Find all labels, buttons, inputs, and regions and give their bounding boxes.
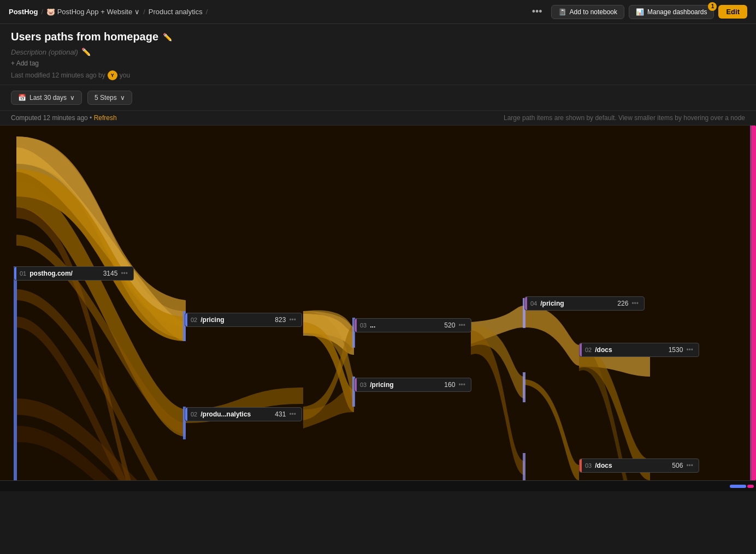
svg-rect-2 <box>14 266 17 480</box>
chevron-down-icon: ∨ <box>70 94 75 102</box>
node-03-docs-right[interactable]: 03 /docs 506 ••• <box>579 458 699 473</box>
hint-text: Large path items are shown by default. V… <box>504 114 745 122</box>
controls-bar: 📅 Last 30 days ∨ 5 Steps ∨ <box>0 85 756 111</box>
node-label: /pricing <box>200 316 271 324</box>
node-count: 226 <box>617 300 628 307</box>
node-02-product-analytics[interactable]: 02 /produ...nalytics 431 ••• <box>185 407 302 421</box>
last-modified: Last modified 12 minutes ago by Y you <box>11 70 745 80</box>
node-label: posthog.com/ <box>29 270 99 277</box>
node-menu-icon[interactable]: ••• <box>631 300 639 307</box>
edit-button[interactable]: Edit <box>718 5 747 19</box>
add-to-notebook-button[interactable]: 📓 Add to notebook <box>551 5 624 19</box>
node-step: 02 <box>191 317 197 323</box>
topbar-actions: ••• 📓 Add to notebook 📊 Manage dashboard… <box>528 4 747 20</box>
calendar-icon: 📅 <box>18 94 26 102</box>
description-edit-icon[interactable]: ✏️ <box>81 47 91 56</box>
right-scroll-bar[interactable] <box>752 126 756 480</box>
sep2: / <box>143 8 145 16</box>
node-count: 3145 <box>103 270 118 277</box>
sep1: / <box>41 8 43 16</box>
scroll-indicator[interactable] <box>730 485 746 488</box>
add-tag-button[interactable]: + Add tag <box>11 59 39 67</box>
chevron-down-icon-steps: ∨ <box>120 94 125 102</box>
node-step: 02 <box>585 347 592 353</box>
node-02-pricing[interactable]: 02 /pricing 823 ••• <box>185 313 302 327</box>
date-range-button[interactable]: 📅 Last 30 days ∨ <box>11 91 82 105</box>
avatar: Y <box>108 70 117 80</box>
viz-info-bar: Computed 12 minutes ago • Refresh Large … <box>0 111 756 126</box>
breadcrumb-app[interactable]: 🐷 PostHog App + Website ∨ <box>46 8 140 16</box>
node-menu-icon[interactable]: ••• <box>458 381 465 389</box>
node-menu-icon[interactable]: ••• <box>289 316 296 324</box>
scroll-indicator-small[interactable] <box>747 485 754 488</box>
breadcrumb: PostHog / 🐷 PostHog App + Website ∨ / Pr… <box>9 8 208 16</box>
manage-dashboards-button[interactable]: 📊 Manage dashboards 1 <box>629 5 714 19</box>
node-count: 431 <box>275 410 286 418</box>
node-count: 823 <box>275 316 286 324</box>
svg-rect-12 <box>523 453 525 480</box>
node-count: 506 <box>672 462 683 469</box>
node-menu-icon[interactable]: ••• <box>686 462 693 469</box>
bottom-bar <box>0 480 756 491</box>
viz-container: 01 posthog.com/ 3145 ••• 02 /pricing 823… <box>0 126 756 480</box>
node-label: /pricing <box>370 381 441 389</box>
page-title: Users paths from homepage <box>11 31 158 43</box>
node-count: 520 <box>444 321 455 329</box>
node-step: 03 <box>585 462 592 469</box>
node-step: 03 <box>360 322 367 329</box>
node-menu-icon[interactable]: ••• <box>458 321 465 329</box>
brand-label[interactable]: PostHog <box>9 8 38 16</box>
topbar: PostHog / 🐷 PostHog App + Website ∨ / Pr… <box>0 0 756 24</box>
node-step: 03 <box>360 382 367 388</box>
node-03-ellipsis[interactable]: 03 ... 520 ••• <box>354 318 471 332</box>
title-row: Users paths from homepage ✏️ <box>11 31 745 43</box>
breadcrumb-section[interactable]: Product analytics <box>149 8 203 16</box>
sep3: / <box>206 8 208 16</box>
node-menu-icon[interactable]: ••• <box>289 410 296 418</box>
notebook-icon: 📓 <box>558 8 566 16</box>
node-label: /docs <box>595 462 669 469</box>
refresh-link[interactable]: Refresh <box>94 114 117 122</box>
node-step: 04 <box>530 300 537 307</box>
dashboard-icon: 📊 <box>636 8 644 16</box>
node-label: /docs <box>595 346 665 354</box>
node-step: 01 <box>20 270 26 277</box>
node-menu-icon[interactable]: ••• <box>686 346 693 354</box>
node-03-pricing[interactable]: 03 /pricing 160 ••• <box>354 378 471 392</box>
node-count: 160 <box>444 381 455 389</box>
node-label: /pricing <box>540 300 614 307</box>
more-options-button[interactable]: ••• <box>528 4 547 20</box>
title-edit-icon[interactable]: ✏️ <box>163 33 172 41</box>
node-04-pricing[interactable]: 04 /pricing 226 ••• <box>524 296 645 311</box>
page-header: Users paths from homepage ✏️ Description… <box>0 24 756 85</box>
description-row: Description (optional) ✏️ <box>11 47 745 56</box>
notification-badge: 1 <box>708 2 717 11</box>
node-label: ... <box>370 321 441 329</box>
node-step: 02 <box>191 411 197 418</box>
computed-info: Computed 12 minutes ago • Refresh <box>11 114 117 122</box>
steps-button[interactable]: 5 Steps ∨ <box>87 91 132 105</box>
node-02-docs-right[interactable]: 02 /docs 1530 ••• <box>579 343 699 357</box>
node-menu-icon[interactable]: ••• <box>121 270 128 277</box>
description-text: Description (optional) <box>11 48 78 56</box>
node-count: 1530 <box>669 346 683 354</box>
node-01-homepage[interactable]: 01 posthog.com/ 3145 ••• <box>14 266 134 281</box>
svg-rect-11 <box>523 372 525 402</box>
node-label: /produ...nalytics <box>200 410 271 418</box>
